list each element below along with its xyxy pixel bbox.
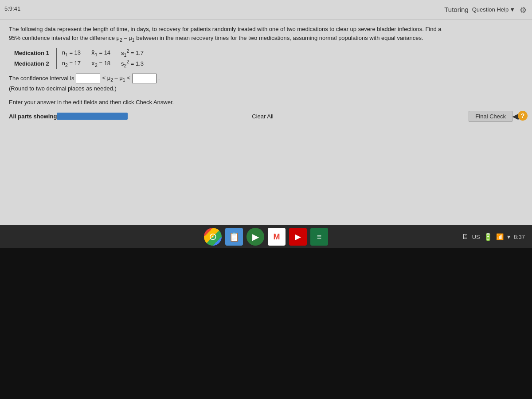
description-line1: The following data represent the length …	[9, 26, 442, 32]
progress-bar	[57, 113, 128, 120]
ci-upper-input[interactable]	[132, 74, 156, 83]
final-check-button[interactable]: Final Check	[469, 111, 512, 122]
ci-middle-text: < μ2 – μ1 <	[102, 74, 130, 82]
play-icon-button[interactable]: ▶	[246, 228, 264, 246]
taskbar-right: 🖥 US 🔋 📶 ▾ 8:37	[462, 233, 525, 241]
nav-left-button[interactable]: ◀	[512, 112, 518, 121]
signal-icon: ▾	[507, 233, 510, 240]
problem-description: The following data represent the length …	[9, 25, 523, 43]
taskbar: ⊙ 📋 ▶ M ▶ ≡ 🖥 US 🔋 📶 ▾ 8:37	[0, 225, 532, 248]
med1-n: n1 = 13	[56, 48, 86, 59]
med1-s2: s12 = 1.7	[116, 48, 149, 59]
top-bar: 5:9:41 Tutoring Question Help ▼ ⚙	[0, 0, 532, 20]
clear-all-button[interactable]: Clear All	[252, 113, 273, 120]
settings-button[interactable]: ⚙	[519, 5, 528, 14]
med1-x: x̄1 = 14	[86, 48, 116, 59]
screen-icon-button[interactable]: 🖥	[462, 233, 469, 241]
medication-data-table: Medication 1 n1 = 13 x̄1 = 14 s12 = 1.7 …	[9, 48, 149, 69]
med2-s2: s22 = 1.3	[116, 59, 149, 69]
med1-label: Medication 1	[9, 48, 56, 59]
battery-icon: 🔋	[484, 233, 493, 241]
medication1-row: Medication 1 n1 = 13 x̄1 = 14 s12 = 1.7	[9, 48, 149, 59]
enter-answer-note: Enter your answer in the edit fields and…	[9, 99, 523, 106]
language-label: US	[472, 234, 480, 240]
question-help-button[interactable]: Question Help ▼	[472, 6, 515, 13]
all-parts-label: All parts showing	[9, 113, 57, 120]
ci-prefix-text: The confidence interval is	[9, 75, 74, 82]
med2-n: n2 = 17	[56, 59, 86, 69]
desktop-area	[0, 248, 532, 399]
taskbar-time: 8:37	[514, 234, 525, 240]
confidence-interval-line: The confidence interval is < μ2 – μ1 < .	[9, 74, 523, 83]
files-icon-button[interactable]: 📋	[225, 228, 243, 246]
time-display: 5:9:41	[4, 5, 20, 12]
ci-lower-input[interactable]	[76, 74, 100, 83]
wifi-icon: 📶	[496, 233, 504, 240]
ci-period: .	[158, 75, 160, 82]
gear-icon: ⚙	[520, 6, 527, 15]
round-note: (Round to two decimal places as needed.)	[9, 85, 523, 92]
main-content-area: 5:9:41 Tutoring Question Help ▼ ⚙ The fo…	[0, 0, 532, 248]
bottom-row: All parts showing Clear All Final Check …	[9, 111, 523, 122]
question-help-text: Question Help	[472, 6, 509, 13]
video-icon-button[interactable]: ▶	[289, 228, 307, 246]
gmail-icon-button[interactable]: M	[268, 228, 286, 246]
chrome-icon-button[interactable]: ⊙	[204, 228, 222, 246]
medication2-row: Medication 2 n2 = 17 x̄2 = 18 s22 = 1.3	[9, 59, 149, 69]
docs-icon-button[interactable]: ≡	[310, 228, 328, 246]
help-question-icon: ?	[521, 112, 525, 119]
top-right-controls: Tutoring Question Help ▼ ⚙	[444, 5, 528, 14]
description-line2: 95% confidence interval for the differen…	[9, 35, 423, 41]
med2-x: x̄2 = 18	[86, 59, 116, 69]
med2-label: Medication 2	[9, 59, 56, 69]
tutoring-label: Tutoring	[444, 6, 468, 13]
help-circle-button[interactable]: ?	[518, 111, 528, 121]
problem-area: The following data represent the length …	[0, 20, 532, 127]
chevron-down-icon: ▼	[509, 6, 515, 13]
